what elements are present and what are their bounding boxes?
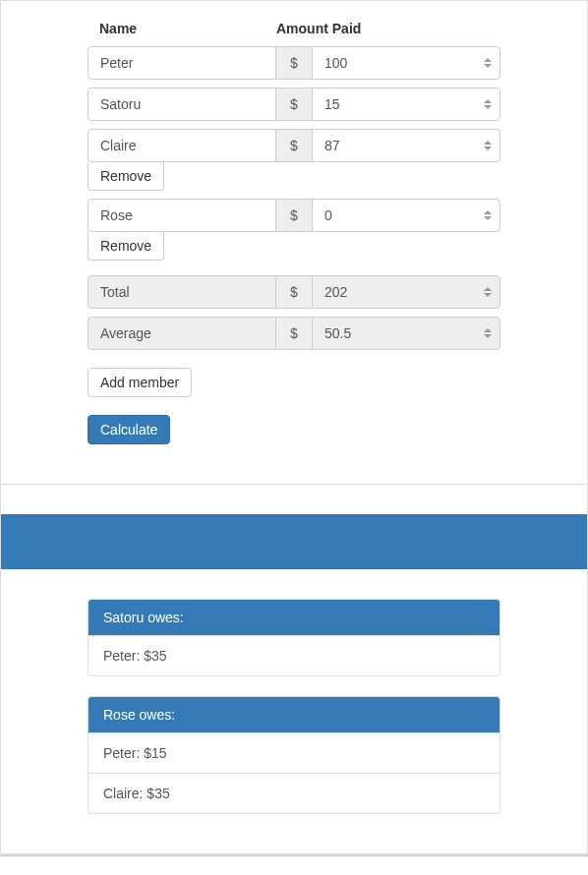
stepper-icon bbox=[481, 324, 495, 342]
app-container: Name Amount Paid $$$Remove$Remove $ bbox=[0, 0, 588, 855]
owes-panel: Satoru owes:Peter: $35 bbox=[88, 599, 500, 676]
total-value bbox=[312, 275, 500, 309]
remove-button[interactable]: Remove bbox=[88, 162, 164, 191]
owes-item: Peter: $35 bbox=[88, 635, 500, 675]
amount-input[interactable] bbox=[312, 199, 500, 232]
entry-block: $ bbox=[88, 46, 500, 80]
name-input[interactable] bbox=[88, 88, 276, 121]
total-row: $ bbox=[88, 275, 500, 309]
entry-block: $Remove bbox=[88, 129, 500, 191]
header-row: Name Amount Paid bbox=[88, 21, 500, 36]
average-row: $ bbox=[88, 317, 500, 350]
amount-input[interactable] bbox=[312, 129, 500, 162]
name-input[interactable] bbox=[88, 129, 276, 162]
stepper-icon[interactable] bbox=[481, 54, 495, 72]
header-name: Name bbox=[88, 21, 276, 36]
calculate-button[interactable]: Calculate bbox=[88, 415, 170, 444]
results-section: Satoru owes:Peter: $35Rose owes:Peter: $… bbox=[1, 569, 587, 854]
stepper-icon[interactable] bbox=[481, 137, 495, 154]
name-input[interactable] bbox=[88, 199, 276, 232]
currency-symbol: $ bbox=[276, 199, 312, 232]
currency-symbol: $ bbox=[276, 88, 312, 121]
average-value bbox=[312, 317, 500, 350]
main-section: Name Amount Paid $$$Remove$Remove $ bbox=[1, 1, 587, 474]
remove-button[interactable]: Remove bbox=[88, 232, 164, 261]
total-label bbox=[88, 275, 276, 309]
stepper-icon[interactable] bbox=[481, 95, 495, 113]
footer-line bbox=[0, 855, 588, 857]
header-amount: Amount Paid bbox=[276, 21, 361, 36]
currency-symbol: $ bbox=[276, 317, 312, 350]
entry-block: $Remove bbox=[88, 199, 500, 261]
stepper-icon bbox=[481, 283, 495, 301]
amount-input[interactable] bbox=[312, 88, 500, 121]
owes-panel-heading: Satoru owes: bbox=[88, 600, 500, 635]
owes-panel: Rose owes:Peter: $15Claire: $35 bbox=[88, 696, 500, 814]
amount-input[interactable] bbox=[312, 46, 500, 80]
average-label bbox=[88, 317, 276, 350]
owes-panel-heading: Rose owes: bbox=[88, 697, 500, 732]
currency-symbol: $ bbox=[276, 46, 312, 80]
divider bbox=[1, 484, 587, 485]
results-header-bar bbox=[1, 514, 587, 569]
entry-block: $ bbox=[88, 88, 500, 121]
currency-symbol: $ bbox=[276, 129, 312, 162]
name-input[interactable] bbox=[88, 46, 276, 80]
owes-item: Claire: $35 bbox=[88, 773, 500, 813]
stepper-icon[interactable] bbox=[481, 206, 495, 224]
add-member-button[interactable]: Add member bbox=[88, 368, 192, 397]
currency-symbol: $ bbox=[276, 275, 312, 309]
owes-item: Peter: $15 bbox=[88, 732, 500, 773]
